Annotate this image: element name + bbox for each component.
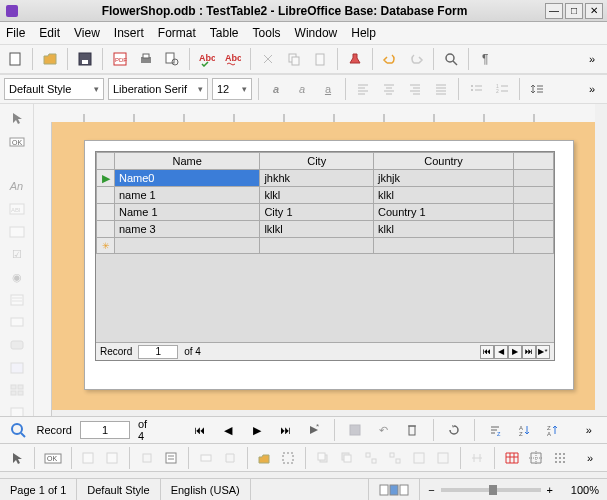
new-row-marker-icon[interactable]: ✳ — [97, 238, 115, 254]
print-button[interactable] — [135, 48, 157, 70]
table-row[interactable]: Name 1 City 1 Country 1 — [97, 204, 554, 221]
corner-cell[interactable] — [97, 153, 115, 170]
open-design-button[interactable] — [255, 447, 273, 469]
checkbox-icon[interactable]: ☑ — [6, 246, 28, 263]
design-mode-icon[interactable]: OK — [6, 133, 28, 150]
last-record-button[interactable]: ⏭ — [522, 345, 536, 359]
design-mode-button[interactable]: OK — [43, 447, 63, 469]
last-record-button[interactable]: ⏭ — [275, 419, 296, 441]
undo-record-button[interactable]: ↶ — [374, 419, 395, 441]
exit-group-button[interactable] — [434, 447, 452, 469]
menu-tools[interactable]: Tools — [253, 26, 281, 40]
menu-table[interactable]: Table — [210, 26, 239, 40]
cell[interactable]: Country 1 — [374, 204, 514, 221]
cell[interactable] — [115, 238, 260, 254]
font-size-select[interactable]: 12 — [212, 78, 252, 100]
print-preview-button[interactable] — [161, 48, 183, 70]
send-back-button[interactable] — [338, 447, 356, 469]
font-name-select[interactable]: Liberation Serif — [108, 78, 208, 100]
align-button[interactable] — [468, 447, 486, 469]
cell[interactable] — [514, 170, 554, 187]
cell[interactable]: klkl — [260, 187, 374, 204]
cell[interactable]: Name0 — [115, 170, 260, 187]
data-table[interactable]: Name City Country ▶ Name0 jhkhk jkhjk na… — [95, 151, 555, 361]
design-overflow-button[interactable]: » — [581, 447, 599, 469]
record-number-input[interactable] — [80, 421, 130, 439]
copy-button[interactable] — [283, 48, 305, 70]
enter-group-button[interactable] — [410, 447, 428, 469]
cell[interactable]: klkl — [374, 187, 514, 204]
paragraph-style-select[interactable]: Default Style — [4, 78, 104, 100]
cell[interactable] — [260, 238, 374, 254]
combobox-icon[interactable] — [6, 314, 28, 331]
bullet-list-button[interactable] — [465, 78, 487, 100]
style-status[interactable]: Default Style — [77, 479, 160, 500]
find-replace-button[interactable] — [440, 48, 462, 70]
first-record-button[interactable]: ⏮ — [480, 345, 494, 359]
menu-format[interactable]: Format — [158, 26, 196, 40]
menu-file[interactable]: File — [6, 26, 25, 40]
save-record-button[interactable] — [345, 419, 366, 441]
menu-edit[interactable]: Edit — [39, 26, 60, 40]
spellcheck-button[interactable]: Abc — [196, 48, 218, 70]
paste-button[interactable] — [309, 48, 331, 70]
cell[interactable]: name 3 — [115, 221, 260, 238]
cell[interactable] — [514, 187, 554, 204]
menu-insert[interactable]: Insert — [114, 26, 144, 40]
guides-button[interactable] — [527, 447, 545, 469]
format-overflow-button[interactable]: » — [581, 78, 603, 100]
column-header-city[interactable]: City — [260, 153, 374, 170]
export-pdf-button[interactable]: PDF — [109, 48, 131, 70]
sort-button[interactable]: z — [485, 419, 506, 441]
cell[interactable] — [514, 204, 554, 221]
new-record-button[interactable]: * — [304, 419, 325, 441]
nonprinting-chars-button[interactable]: ¶ — [475, 48, 497, 70]
new-button[interactable] — [4, 48, 26, 70]
line-spacing-button[interactable] — [526, 78, 548, 100]
cut-button[interactable] — [257, 48, 279, 70]
cell[interactable] — [514, 221, 554, 238]
delete-record-button[interactable] — [402, 419, 423, 441]
refresh-button[interactable] — [443, 419, 464, 441]
open-button[interactable] — [39, 48, 61, 70]
table-row[interactable]: name 1 klkl klkl — [97, 187, 554, 204]
fontwork-icon[interactable]: An — [6, 178, 28, 195]
select-tool-button[interactable] — [8, 447, 26, 469]
activation-order-button[interactable] — [221, 447, 239, 469]
vertical-ruler[interactable] — [34, 122, 52, 422]
select-tool-icon[interactable] — [6, 110, 28, 127]
bring-front-button[interactable] — [314, 447, 332, 469]
zoom-in-icon[interactable]: + — [547, 484, 553, 496]
align-left-button[interactable] — [352, 78, 374, 100]
cell[interactable] — [514, 238, 554, 254]
zoom-slider[interactable]: − + 100% — [420, 484, 607, 496]
form-navigator-button[interactable] — [162, 447, 180, 469]
align-justify-button[interactable] — [430, 78, 452, 100]
control-properties-button[interactable] — [80, 447, 98, 469]
cell[interactable]: klkl — [374, 221, 514, 238]
redo-button[interactable] — [405, 48, 427, 70]
ungroup-button[interactable] — [386, 447, 404, 469]
maximize-button[interactable]: □ — [565, 3, 583, 19]
first-record-button[interactable]: ⏮ — [190, 419, 211, 441]
zoom-out-icon[interactable]: − — [428, 484, 434, 496]
prev-record-button[interactable]: ◀ — [218, 419, 239, 441]
align-right-button[interactable] — [404, 78, 426, 100]
table-row-new[interactable]: ✳ — [97, 238, 554, 254]
cell[interactable]: lklkl — [260, 221, 374, 238]
display-grid-button[interactable] — [551, 447, 569, 469]
horizontal-ruler[interactable] — [34, 104, 595, 122]
group-button[interactable] — [362, 447, 380, 469]
column-header-extra[interactable] — [514, 153, 554, 170]
row-marker-icon[interactable] — [97, 204, 115, 221]
auto-spellcheck-button[interactable]: Abc — [222, 48, 244, 70]
form-properties-button[interactable] — [103, 447, 121, 469]
next-record-button[interactable]: ▶ — [247, 419, 268, 441]
record-number-input[interactable] — [138, 345, 178, 359]
table-row[interactable]: ▶ Name0 jhkhk jkhjk — [97, 170, 554, 187]
align-center-button[interactable] — [378, 78, 400, 100]
column-header-name[interactable]: Name — [115, 153, 260, 170]
row-marker-icon[interactable]: ▶ — [97, 170, 115, 187]
row-marker-icon[interactable] — [97, 187, 115, 204]
more-controls-icon[interactable] — [6, 382, 28, 399]
